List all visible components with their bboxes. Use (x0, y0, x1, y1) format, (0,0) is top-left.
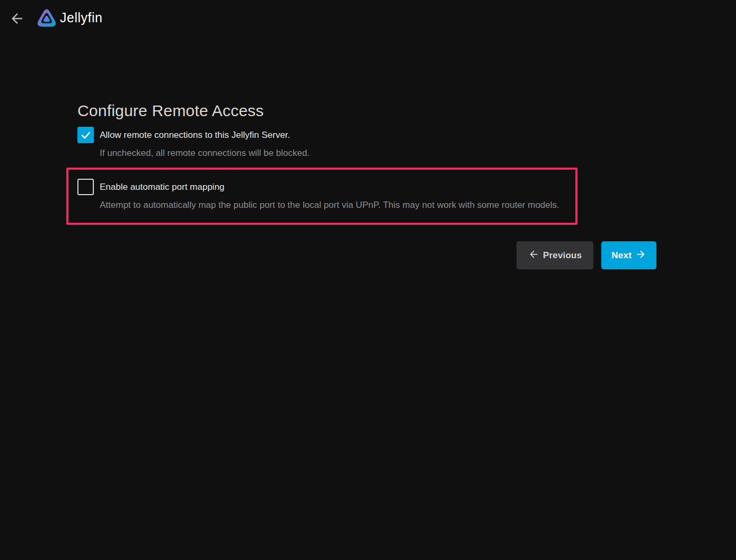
checkmark-icon (80, 129, 92, 141)
app-title: Jellyfin (60, 10, 102, 25)
option-enable-port-mapping: Enable automatic port mapping Attempt to… (77, 179, 559, 211)
allow-remote-connections-checkbox[interactable] (77, 127, 94, 143)
allow-remote-connections-label[interactable]: Allow remote connections to this Jellyfi… (100, 130, 290, 141)
arrow-left-icon (8, 11, 25, 27)
previous-button[interactable]: Previous (516, 241, 593, 269)
wizard-navigation: Previous Next (516, 241, 656, 269)
page-title: Configure Remote Access (77, 102, 264, 120)
allow-remote-connections-description: If unchecked, all remote connections wil… (100, 148, 310, 159)
enable-port-mapping-row[interactable]: Enable automatic port mapping (77, 179, 559, 195)
back-button[interactable] (8, 10, 25, 27)
arrow-left-icon (528, 249, 543, 262)
enable-port-mapping-description: Attempt to automatically map the public … (100, 200, 559, 211)
next-button[interactable]: Next (601, 241, 656, 269)
enable-port-mapping-label[interactable]: Enable automatic port mapping (100, 182, 224, 192)
next-button-label: Next (611, 250, 632, 261)
arrow-right-icon (632, 249, 646, 262)
enable-port-mapping-checkbox[interactable] (77, 179, 94, 195)
jellyfin-logo-icon (36, 5, 58, 31)
allow-remote-connections-row[interactable]: Allow remote connections to this Jellyfi… (77, 127, 310, 143)
previous-button-label: Previous (543, 250, 582, 261)
option-allow-remote-connections: Allow remote connections to this Jellyfi… (77, 127, 310, 159)
app-header: Jellyfin (0, 0, 736, 36)
